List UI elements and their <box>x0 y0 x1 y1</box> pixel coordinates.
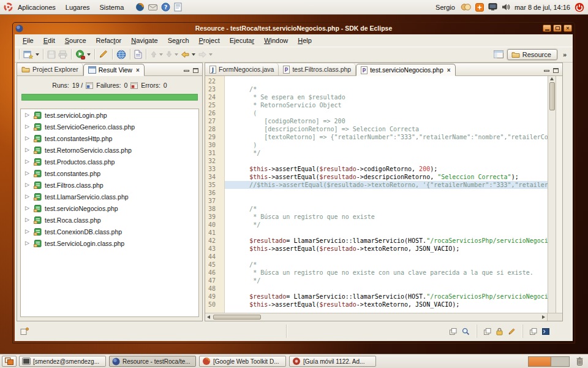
code-line[interactable]: $this->assertEqual($resultado->textoReto… <box>225 301 548 309</box>
dropdown-arrow-icon[interactable] <box>36 53 39 56</box>
mail-icon[interactable] <box>148 2 157 12</box>
menu-window[interactable]: Window <box>259 36 293 45</box>
username-label[interactable]: Sergio <box>435 4 455 11</box>
restore-view-icon[interactable] <box>484 328 491 335</box>
vertical-scrollbar[interactable] <box>548 76 556 313</box>
window-titlebar[interactable]: Resource - testRoca/test.servicioNegocio… <box>13 23 575 34</box>
test-row[interactable]: ▷test.constantesHttp.php <box>21 132 198 144</box>
code-line[interactable]: [codigoRetorno] => 200 <box>225 117 548 125</box>
file-search-button[interactable] <box>133 48 143 61</box>
console-view-icon[interactable] <box>542 328 549 335</box>
taskbar-button-gu-a-m-vil-1122-ad[interactable]: [Guía móvil 1122. Ad... <box>289 356 376 367</box>
code-line[interactable] <box>225 189 548 197</box>
expander-icon[interactable]: ▷ <box>25 240 31 246</box>
test-row[interactable]: ▷test.Filtros.class.php <box>21 179 198 191</box>
code-line[interactable] <box>225 77 548 85</box>
menu-navigate[interactable]: Navigate <box>126 36 162 45</box>
editor-tab-test-servicionegocios-php[interactable]: Ptest.servicioNegocios.php× <box>356 64 456 76</box>
resource-perspective-button[interactable]: Resource <box>507 49 557 60</box>
test-row[interactable]: ▷test.servicioNegocios.php <box>21 202 198 214</box>
editor-tab-test-filtros-class-php[interactable]: Ptest.Filtros.class.php <box>279 63 356 75</box>
test-row[interactable]: ▷test.Productos.class.php <box>21 156 198 167</box>
restore-view-icon[interactable] <box>530 328 537 335</box>
fast-view-icon[interactable] <box>20 328 29 335</box>
expander-icon[interactable]: ▷ <box>25 159 31 164</box>
lock-icon[interactable] <box>496 328 503 335</box>
update-manager-icon[interactable] <box>475 3 484 12</box>
scroll-up-arrow-icon[interactable] <box>550 77 554 80</box>
tab-result-view[interactable]: Result View× <box>83 64 145 76</box>
editor-tab-formnegocios-java[interactable]: JFormNegocios.java <box>205 63 279 75</box>
expander-icon[interactable]: ▷ <box>25 124 31 129</box>
back-button[interactable] <box>179 48 197 61</box>
user-switch-icon[interactable] <box>461 3 471 11</box>
show-desktop-button[interactable] <box>2 356 17 367</box>
test-row[interactable]: ▷test.ConexionDB.class.php <box>21 226 198 237</box>
code-editor[interactable]: /* * Se espera en $resultado * RetornoSe… <box>225 76 548 313</box>
perspective-overflow-chevron[interactable]: » <box>561 51 568 58</box>
help-icon[interactable]: ? <box>161 2 170 12</box>
expander-icon[interactable]: ▷ <box>25 171 31 176</box>
overview-ruler[interactable] <box>556 76 562 313</box>
workspace-switcher[interactable] <box>528 356 570 367</box>
test-row[interactable]: ▷test.ServicioGenerico.class.php <box>21 121 198 132</box>
code-line[interactable]: //$this->assertEqual($resultado->textoRe… <box>225 181 548 189</box>
annotation-icon[interactable] <box>508 328 516 335</box>
code-line[interactable]: */ <box>225 221 548 229</box>
panel-menu-aplicaciones[interactable]: Aplicaciones <box>13 2 61 13</box>
test-row[interactable]: ▷test.ServicioLogin.class.php <box>21 237 198 249</box>
perspective-switcher-icon[interactable] <box>494 50 503 58</box>
taskbar-button-resource-testroca-te[interactable]: Resource - testRoca/te... <box>109 356 196 367</box>
new-wizard-button[interactable] <box>22 48 40 61</box>
expander-icon[interactable]: ▷ <box>25 182 31 188</box>
highlighter-button[interactable] <box>97 48 110 61</box>
expander-icon[interactable]: ▷ <box>25 147 31 153</box>
restore-view-icon[interactable] <box>450 328 457 335</box>
test-row[interactable]: ▷test.constantes.php <box>21 167 198 179</box>
vertical-scroll-thumb[interactable] <box>549 82 555 110</box>
web-browser-button[interactable] <box>115 48 127 61</box>
code-line[interactable]: $resultado= LlamarServicio::llamarServic… <box>225 237 548 245</box>
code-line[interactable] <box>225 285 548 293</box>
panel-menu-lugares[interactable]: Lugares <box>61 2 95 13</box>
workspace-2[interactable] <box>551 357 569 366</box>
clock-applet[interactable]: mar 8 de jul, 14:16 <box>514 4 570 11</box>
expander-icon[interactable]: ▷ <box>25 112 31 118</box>
minimize-pane-icon[interactable] <box>544 70 549 72</box>
code-line[interactable]: /* <box>225 85 548 93</box>
trash-icon[interactable] <box>576 356 584 366</box>
ubuntu-logo-icon[interactable] <box>4 2 13 12</box>
horizontal-scroll-thumb[interactable] <box>213 315 261 320</box>
close-button[interactable]: × <box>564 25 572 32</box>
code-line[interactable] <box>225 157 548 165</box>
menu-file[interactable]: File <box>18 36 39 45</box>
maximize-pane-icon[interactable] <box>193 68 198 73</box>
minimize-button[interactable] <box>543 25 551 32</box>
code-line[interactable]: ( <box>225 109 548 117</box>
menu-source[interactable]: Source <box>60 36 91 45</box>
code-line[interactable]: /* <box>225 205 548 213</box>
test-row[interactable]: ▷test.Roca.class.php <box>21 214 198 226</box>
run-button[interactable] <box>74 48 92 61</box>
close-tab-icon[interactable]: × <box>447 67 451 74</box>
code-line[interactable]: * Búsca un registro que no existe <box>225 213 548 221</box>
workspace-1[interactable] <box>529 357 551 366</box>
tab-project-explorer[interactable]: Project Explorer <box>17 63 83 75</box>
volume-icon[interactable] <box>502 3 510 11</box>
code-line[interactable] <box>225 253 548 261</box>
code-line[interactable]: [textoRetorno] => {"retailerNumber":"333… <box>225 133 548 141</box>
display-icon[interactable] <box>488 3 497 11</box>
scroll-left-arrow-icon[interactable] <box>207 315 210 319</box>
menu-refactor[interactable]: Refactor <box>91 36 127 45</box>
horizontal-scrollbar[interactable] <box>205 313 547 321</box>
expander-icon[interactable]: ▷ <box>25 194 31 199</box>
close-tab-icon[interactable]: × <box>136 67 140 74</box>
code-line[interactable]: /* <box>225 261 548 269</box>
code-line[interactable]: ) <box>225 141 548 149</box>
maximize-pane-icon[interactable] <box>553 68 559 73</box>
test-row[interactable]: ▷test.servicioLogin.php <box>21 109 198 121</box>
shutdown-icon[interactable] <box>575 2 584 12</box>
panel-menu-sistema[interactable]: Sistema <box>95 2 129 13</box>
dropdown-arrow-icon[interactable] <box>87 53 91 56</box>
code-line[interactable]: $resultado= LlamarServicio::llamarServic… <box>225 293 548 301</box>
